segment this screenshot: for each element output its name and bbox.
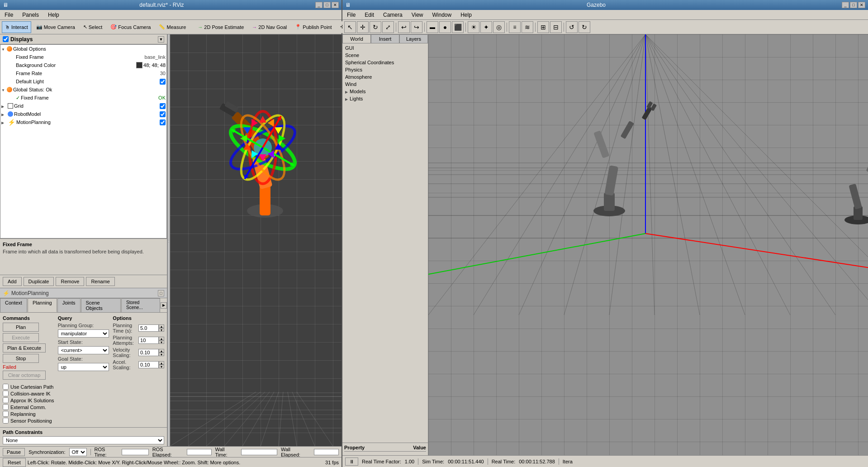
rviz-menu-help[interactable]: Help — [45, 11, 62, 19]
clear-octomap-btn[interactable]: Clear octomap — [3, 371, 46, 380]
rviz-maximize-btn[interactable]: □ — [323, 2, 331, 8]
gz-undo-btn[interactable]: ↩ — [398, 21, 410, 33]
fixed-frame-ok-item[interactable]: ✓ Fixed Frame OK — [0, 94, 166, 102]
nav-goal-tool-btn[interactable]: → 2D Nav Goal — [249, 21, 290, 33]
gazebo-viewport[interactable] — [428, 34, 868, 455]
planning-time-up[interactable]: ▲ — [159, 324, 164, 328]
gazebo-menu-camera[interactable]: Camera — [380, 11, 405, 19]
rviz-close-btn[interactable]: ✕ — [332, 2, 339, 8]
sensor-positioning-cb[interactable] — [3, 418, 9, 424]
gz-spherical-coords-item[interactable]: Spherical Coordinates — [343, 59, 427, 66]
planning-attempts-down[interactable]: ▼ — [159, 340, 164, 344]
accel-scaling-down[interactable]: ▼ — [159, 365, 164, 368]
duplicate-display-btn[interactable]: Duplicate — [24, 277, 54, 286]
rename-display-btn[interactable]: Rename — [86, 277, 115, 286]
gazebo-maximize-btn[interactable]: □ — [850, 2, 857, 8]
gz-sphere-btn[interactable]: ● — [439, 21, 451, 33]
gz-rotate-tool[interactable]: ↻ — [370, 21, 381, 33]
gz-tool-1[interactable]: ≡ — [509, 21, 521, 33]
wall-time-input[interactable]: 056213.77 — [241, 449, 277, 455]
gz-tab-layers[interactable]: Layers — [399, 34, 428, 43]
gz-box-btn[interactable]: ▬ — [427, 21, 438, 33]
external-comm-cb[interactable] — [3, 404, 9, 410]
accel-scaling-input[interactable]: 0.10 — [138, 361, 159, 368]
collision-aware-ik-cb[interactable] — [3, 391, 9, 396]
displays-panel-menu-btn[interactable]: ▼ — [158, 36, 164, 43]
gz-tab-insert[interactable]: Insert — [371, 34, 399, 43]
mp-tabs-arrow[interactable]: ▶ — [161, 302, 167, 309]
grid-item[interactable]: Grid — [0, 102, 166, 110]
gz-tab-world[interactable]: World — [342, 34, 371, 43]
gazebo-pause-btn[interactable]: ⏸ — [345, 457, 358, 466]
gz-select-tool[interactable]: ↖ — [344, 21, 356, 33]
gz-wind-item[interactable]: Wind — [343, 81, 427, 88]
pause-btn[interactable]: Pause — [3, 448, 25, 456]
gazebo-menu-window[interactable]: Window — [430, 11, 455, 19]
mp-menu-btn[interactable]: □ — [158, 290, 164, 296]
ros-time-input[interactable]: 711.45 — [122, 449, 149, 455]
rviz-menu-file[interactable]: File — [2, 11, 16, 19]
stop-btn[interactable]: Stop — [3, 354, 39, 363]
accel-scaling-up[interactable]: ▲ — [159, 361, 164, 365]
background-color-item[interactable]: Background Color 48; 48; 48 — [0, 61, 166, 69]
rviz-minimize-btn[interactable]: _ — [315, 2, 323, 8]
publish-point-tool-btn[interactable]: 📍 Publish Point — [292, 21, 335, 33]
plan-btn[interactable]: Plan — [3, 323, 39, 332]
gazebo-minimize-btn[interactable]: _ — [842, 2, 849, 8]
execute-btn[interactable]: Execute — [3, 333, 39, 342]
gz-sun-light-btn[interactable]: ✦ — [480, 21, 492, 33]
interact-tool-btn[interactable]: 🖱 Interact — [2, 21, 31, 33]
default-light-checkbox[interactable] — [160, 79, 166, 85]
global-options-item[interactable]: Global Options — [0, 45, 166, 53]
ros-elapsed-input[interactable]: 626.84 — [187, 449, 212, 455]
robot-model-enable-checkbox[interactable] — [160, 111, 166, 117]
gz-redo-btn[interactable]: ↪ — [411, 21, 422, 33]
tab-planning[interactable]: Planning — [28, 298, 57, 312]
planning-group-select[interactable]: manipulator — [58, 329, 109, 338]
motion-planning-expand[interactable] — [1, 120, 7, 125]
measure-tool-btn[interactable]: 📏 Measure — [156, 21, 189, 33]
global-options-expand[interactable] — [1, 47, 7, 52]
approx-ik-cb[interactable] — [3, 397, 9, 403]
motion-planning-enable-checkbox[interactable] — [160, 119, 166, 125]
wall-elapsed-input[interactable]: 627.80 — [314, 449, 339, 455]
rviz-viewport[interactable] — [170, 34, 342, 446]
gz-physics-item[interactable]: Physics — [343, 66, 427, 73]
planning-time-down[interactable]: ▼ — [159, 328, 164, 332]
gz-tool-3[interactable]: ⊞ — [537, 21, 549, 33]
tab-joints[interactable]: Joints — [57, 298, 81, 312]
gz-scale-tool[interactable]: ⤢ — [382, 21, 394, 33]
gz-atmosphere-item[interactable]: Atmosphere — [343, 73, 427, 81]
gz-lights-item[interactable]: Lights — [343, 95, 427, 102]
goal-state-select[interactable]: up — [58, 363, 109, 371]
gazebo-close-btn[interactable]: ✕ — [858, 2, 865, 8]
sync-select[interactable]: Off — [69, 448, 87, 456]
use-cartesian-path-cb[interactable] — [3, 384, 9, 390]
gazebo-menu-edit[interactable]: Edit — [362, 11, 377, 19]
gazebo-menu-view[interactable]: View — [409, 11, 426, 19]
gz-tool-6[interactable]: ↻ — [579, 21, 590, 33]
pose-estimate-tool-btn[interactable]: → 2D Pose Estimate — [194, 21, 247, 33]
gz-tool-5[interactable]: ↺ — [566, 21, 578, 33]
gz-tool-2[interactable]: ≋ — [522, 21, 533, 33]
motion-planning-tree-item[interactable]: ⚡ MotionPlanning — [0, 118, 166, 126]
gz-models-item[interactable]: Models — [343, 88, 427, 95]
remove-display-btn[interactable]: Remove — [56, 277, 84, 286]
start-state-select[interactable]: <current> — [58, 346, 109, 354]
move-camera-tool-btn[interactable]: 📷 Move Camera — [33, 21, 78, 33]
global-status-expand[interactable] — [1, 87, 7, 92]
select-tool-btn[interactable]: ↖ Select — [80, 21, 106, 33]
gz-models-expand[interactable] — [345, 89, 348, 94]
reset-btn[interactable]: Reset — [3, 458, 26, 467]
displays-enable-checkbox[interactable] — [3, 36, 9, 42]
robot-model-expand[interactable] — [1, 112, 7, 117]
grid-enable-checkbox[interactable] — [160, 103, 166, 109]
gazebo-menu-file[interactable]: File — [344, 11, 358, 19]
gz-cylinder-btn[interactable]: ⬛ — [452, 21, 464, 33]
path-constraints-select[interactable]: None — [3, 436, 164, 444]
tab-stored-scenes[interactable]: Stored Scene... — [121, 298, 160, 312]
gz-spot-light-btn[interactable]: ◎ — [493, 21, 505, 33]
gz-gui-item[interactable]: GUI — [343, 44, 427, 52]
add-display-btn[interactable]: Add — [3, 277, 22, 286]
planning-attempts-up[interactable]: ▲ — [159, 337, 164, 340]
